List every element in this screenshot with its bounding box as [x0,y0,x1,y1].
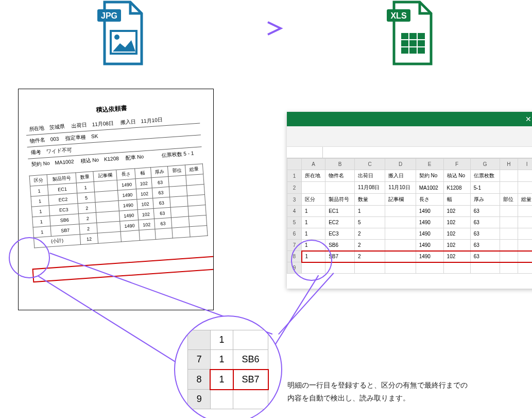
excel-row-header[interactable]: 2 [287,182,302,194]
excel-cell[interactable] [385,251,416,262]
excel-row-header[interactable]: 3 [287,194,302,206]
excel-cell[interactable] [416,262,443,274]
excel-row-header[interactable]: 9 [287,262,302,274]
excel-cell[interactable]: EC2 [325,217,355,228]
excel-cell[interactable]: 区分 [302,194,325,206]
excel-cell[interactable] [302,182,325,194]
excel-cell[interactable]: SB6 [325,240,355,251]
excel-col-header[interactable]: G [470,159,500,170]
excel-cell[interactable] [500,217,518,228]
excel-grid[interactable]: ABCDEFGHI 1所在地物件名出荷日搬入日契約 No積込 No伝票枚数211… [287,158,532,274]
excel-cell[interactable]: 11月08日 [355,182,385,194]
excel-cell[interactable]: 1 [302,240,325,251]
excel-cell[interactable] [500,182,518,194]
excel-cell[interactable] [500,170,518,182]
excel-col-header[interactable]: F [443,159,470,170]
excel-cell[interactable]: 1 [355,206,385,217]
excel-col-header[interactable]: B [325,159,355,170]
excel-row[interactable]: 81SB72149010263 [287,251,533,262]
excel-row[interactable]: 71SB62149010263 [287,240,533,251]
excel-cell[interactable]: 5-1 [470,182,500,194]
excel-cell[interactable]: 搬入日 [385,170,416,182]
excel-cell[interactable] [355,262,385,274]
excel-cell[interactable] [302,262,325,274]
excel-row-header[interactable]: 5 [287,217,302,228]
excel-row-header[interactable]: 8 [287,251,302,262]
excel-cell[interactable] [385,240,416,251]
excel-cell[interactable] [385,206,416,217]
excel-cell[interactable] [500,251,518,262]
excel-col-header[interactable]: I [518,159,532,170]
excel-cell[interactable]: 63 [470,206,500,217]
excel-cell[interactable]: 1490 [416,251,443,262]
excel-cell[interactable] [518,182,532,194]
excel-cell[interactable]: 部位 [500,194,518,206]
excel-cell[interactable]: 102 [443,251,470,262]
excel-cell[interactable]: 63 [470,217,500,228]
excel-cell[interactable] [325,262,355,274]
excel-row[interactable]: 1所在地物件名出荷日搬入日契約 No積込 No伝票枚数 [287,170,533,182]
excel-cell[interactable]: 11月10日 [385,182,416,194]
excel-cell[interactable] [385,228,416,240]
excel-cell[interactable] [500,228,518,240]
excel-cell[interactable] [385,262,416,274]
excel-cell[interactable]: 物件名 [325,170,355,182]
excel-cell[interactable] [518,217,532,228]
excel-cell[interactable]: 102 [443,217,470,228]
excel-row[interactable]: 211月08日11月10日MA1002K12085-1 [287,182,533,194]
excel-cell[interactable] [385,217,416,228]
excel-cell[interactable]: 1 [302,217,325,228]
excel-cell[interactable] [470,262,500,274]
excel-cell[interactable]: 出荷日 [355,170,385,182]
excel-cell[interactable] [443,262,470,274]
excel-cell[interactable] [518,170,532,182]
excel-cell[interactable]: 63 [470,251,500,262]
excel-cell[interactable]: 数量 [355,194,385,206]
excel-cell[interactable]: 5 [355,217,385,228]
excel-cell[interactable]: EC3 [325,228,355,240]
excel-cell[interactable]: 1 [302,206,325,217]
excel-cell[interactable]: 1490 [416,217,443,228]
excel-formula-input[interactable] [323,147,532,158]
excel-cell[interactable]: 幅 [443,194,470,206]
close-icon[interactable]: ✕ [525,115,531,123]
excel-cell[interactable] [518,251,532,262]
excel-col-header[interactable]: C [355,159,385,170]
excel-cell[interactable]: 伝票枚数 [470,170,500,182]
excel-cell[interactable] [518,262,532,274]
excel-cell[interactable]: 長さ [416,194,443,206]
excel-row[interactable]: 3区分製品符号数量記事欄長さ幅厚み部位総量 [287,194,533,206]
excel-cell[interactable]: 63 [470,240,500,251]
excel-col-header[interactable]: D [385,159,416,170]
excel-cell[interactable] [518,240,532,251]
excel-cell[interactable] [518,206,532,217]
excel-col-header[interactable]: E [416,159,443,170]
excel-cell[interactable]: 積込 No [443,170,470,182]
excel-cell[interactable]: 記事欄 [385,194,416,206]
excel-cell[interactable]: 1 [302,228,325,240]
excel-name-box[interactable] [287,147,323,158]
excel-cell[interactable]: 製品符号 [325,194,355,206]
excel-cell[interactable]: 2 [355,228,385,240]
excel-cell[interactable]: 1490 [416,228,443,240]
excel-cell[interactable] [500,262,518,274]
excel-cell[interactable]: EC1 [325,206,355,217]
excel-row[interactable]: 51EC25149010263 [287,217,533,228]
excel-cell[interactable]: MA1002 [416,182,443,194]
excel-cell[interactable]: 所在地 [302,170,325,182]
excel-cell[interactable]: K1208 [443,182,470,194]
excel-cell[interactable] [500,206,518,217]
excel-cell[interactable]: 総量 [518,194,532,206]
excel-cell[interactable]: 契約 No [416,170,443,182]
excel-row-header[interactable]: 1 [287,170,302,182]
excel-col-header[interactable]: H [500,159,518,170]
excel-corner[interactable] [287,159,302,170]
excel-row[interactable]: 9 [287,262,533,274]
excel-row-header[interactable]: 4 [287,206,302,217]
excel-cell[interactable]: 102 [443,206,470,217]
excel-row[interactable]: 61EC32149010263 [287,228,533,240]
excel-cell[interactable]: 1490 [416,206,443,217]
excel-cell[interactable]: SB7 [325,251,355,262]
excel-cell[interactable]: 1490 [416,240,443,251]
excel-cell[interactable]: 102 [443,240,470,251]
